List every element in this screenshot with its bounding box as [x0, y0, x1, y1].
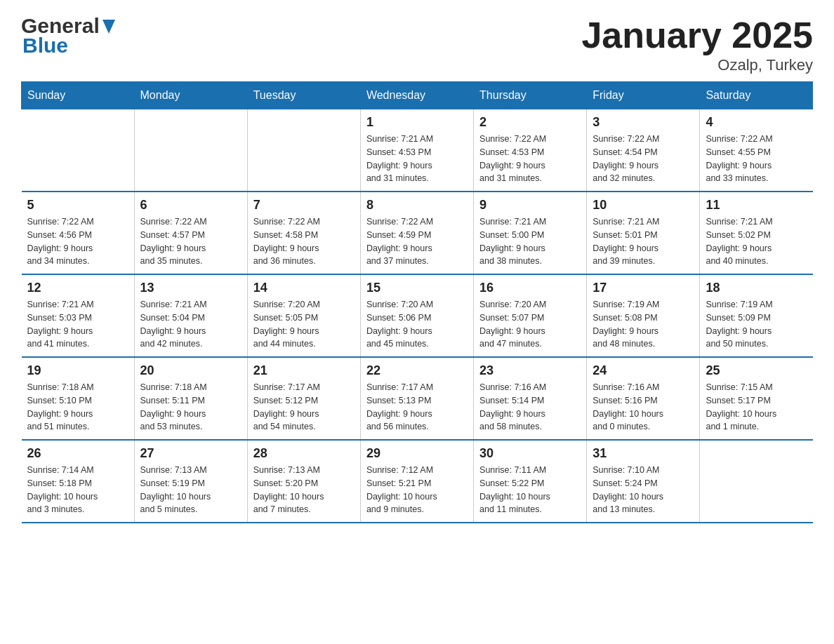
day-number: 2	[479, 115, 581, 130]
calendar-cell: 5Sunrise: 7:22 AM Sunset: 4:56 PM Daylig…	[22, 192, 135, 274]
day-info: Sunrise: 7:19 AM Sunset: 5:08 PM Dayligh…	[593, 298, 694, 351]
logo-arrow-icon	[102, 20, 115, 36]
calendar-cell: 28Sunrise: 7:13 AM Sunset: 5:20 PM Dayli…	[247, 440, 360, 523]
logo: General Blue	[21, 14, 115, 58]
page-header: General Blue January 2025 Ozalp, Turkey	[21, 14, 813, 74]
day-number: 30	[479, 446, 581, 461]
day-info: Sunrise: 7:13 AM Sunset: 5:19 PM Dayligh…	[140, 464, 241, 516]
day-info: Sunrise: 7:21 AM Sunset: 5:02 PM Dayligh…	[706, 215, 807, 268]
calendar-cell: 19Sunrise: 7:18 AM Sunset: 5:10 PM Dayli…	[22, 357, 135, 440]
day-number: 1	[366, 115, 468, 130]
title-block: January 2025 Ozalp, Turkey	[581, 14, 813, 74]
day-info: Sunrise: 7:20 AM Sunset: 5:06 PM Dayligh…	[366, 298, 468, 351]
day-number: 6	[140, 198, 241, 213]
day-number: 24	[593, 363, 694, 378]
day-info: Sunrise: 7:22 AM Sunset: 4:56 PM Dayligh…	[27, 215, 128, 268]
calendar-cell: 16Sunrise: 7:20 AM Sunset: 5:07 PM Dayli…	[474, 274, 587, 357]
day-info: Sunrise: 7:13 AM Sunset: 5:20 PM Dayligh…	[253, 464, 355, 516]
calendar-cell	[247, 109, 360, 192]
day-info: Sunrise: 7:21 AM Sunset: 4:53 PM Dayligh…	[366, 133, 468, 185]
day-info: Sunrise: 7:22 AM Sunset: 4:54 PM Dayligh…	[593, 133, 694, 185]
day-info: Sunrise: 7:22 AM Sunset: 4:53 PM Dayligh…	[479, 133, 581, 185]
day-info: Sunrise: 7:16 AM Sunset: 5:16 PM Dayligh…	[593, 381, 694, 434]
day-info: Sunrise: 7:17 AM Sunset: 5:12 PM Dayligh…	[253, 381, 355, 434]
calendar-cell: 23Sunrise: 7:16 AM Sunset: 5:14 PM Dayli…	[474, 357, 587, 440]
day-info: Sunrise: 7:10 AM Sunset: 5:24 PM Dayligh…	[593, 464, 694, 516]
calendar-table: Sunday Monday Tuesday Wednesday Thursday…	[21, 81, 813, 523]
day-number: 29	[366, 446, 468, 461]
day-info: Sunrise: 7:18 AM Sunset: 5:10 PM Dayligh…	[27, 381, 128, 434]
calendar-cell: 31Sunrise: 7:10 AM Sunset: 5:24 PM Dayli…	[587, 440, 700, 523]
calendar-cell: 21Sunrise: 7:17 AM Sunset: 5:12 PM Dayli…	[247, 357, 360, 440]
day-number: 13	[140, 281, 241, 295]
day-number: 25	[706, 363, 807, 378]
calendar-cell: 18Sunrise: 7:19 AM Sunset: 5:09 PM Dayli…	[700, 274, 813, 357]
header-wednesday: Wednesday	[360, 82, 473, 109]
calendar-cell: 6Sunrise: 7:22 AM Sunset: 4:57 PM Daylig…	[134, 192, 247, 274]
day-number: 17	[593, 281, 694, 295]
calendar-cell: 25Sunrise: 7:15 AM Sunset: 5:17 PM Dayli…	[700, 357, 813, 440]
day-number: 26	[27, 446, 128, 461]
day-info: Sunrise: 7:17 AM Sunset: 5:13 PM Dayligh…	[366, 381, 468, 434]
header-tuesday: Tuesday	[247, 82, 360, 109]
day-info: Sunrise: 7:22 AM Sunset: 4:59 PM Dayligh…	[366, 215, 468, 268]
day-number: 5	[27, 198, 128, 213]
day-number: 16	[479, 281, 581, 295]
day-number: 12	[27, 281, 128, 295]
calendar-cell: 9Sunrise: 7:21 AM Sunset: 5:00 PM Daylig…	[474, 192, 587, 274]
day-info: Sunrise: 7:21 AM Sunset: 5:03 PM Dayligh…	[27, 298, 128, 351]
day-info: Sunrise: 7:11 AM Sunset: 5:22 PM Dayligh…	[479, 464, 581, 516]
calendar-week-row: 26Sunrise: 7:14 AM Sunset: 5:18 PM Dayli…	[22, 440, 813, 523]
day-info: Sunrise: 7:21 AM Sunset: 5:00 PM Dayligh…	[479, 215, 581, 268]
day-number: 27	[140, 446, 241, 461]
calendar-cell: 11Sunrise: 7:21 AM Sunset: 5:02 PM Dayli…	[700, 192, 813, 274]
svg-marker-0	[102, 20, 115, 34]
day-info: Sunrise: 7:14 AM Sunset: 5:18 PM Dayligh…	[27, 464, 128, 516]
header-monday: Monday	[134, 82, 247, 109]
day-info: Sunrise: 7:12 AM Sunset: 5:21 PM Dayligh…	[366, 464, 468, 516]
calendar-cell: 4Sunrise: 7:22 AM Sunset: 4:55 PM Daylig…	[700, 109, 813, 192]
day-number: 8	[366, 198, 468, 213]
day-number: 28	[253, 446, 355, 461]
day-info: Sunrise: 7:15 AM Sunset: 5:17 PM Dayligh…	[706, 381, 807, 434]
calendar-subtitle: Ozalp, Turkey	[581, 56, 813, 74]
day-number: 11	[706, 198, 807, 213]
day-number: 19	[27, 363, 128, 378]
day-info: Sunrise: 7:19 AM Sunset: 5:09 PM Dayligh…	[706, 298, 807, 351]
calendar-cell: 24Sunrise: 7:16 AM Sunset: 5:16 PM Dayli…	[587, 357, 700, 440]
day-info: Sunrise: 7:21 AM Sunset: 5:01 PM Dayligh…	[593, 215, 694, 268]
calendar-cell: 17Sunrise: 7:19 AM Sunset: 5:08 PM Dayli…	[587, 274, 700, 357]
calendar-title: January 2025	[581, 14, 813, 56]
day-number: 18	[706, 281, 807, 295]
logo-blue-text: Blue	[22, 34, 68, 58]
calendar-cell: 20Sunrise: 7:18 AM Sunset: 5:11 PM Dayli…	[134, 357, 247, 440]
day-number: 23	[479, 363, 581, 378]
day-info: Sunrise: 7:16 AM Sunset: 5:14 PM Dayligh…	[479, 381, 581, 434]
calendar-cell: 7Sunrise: 7:22 AM Sunset: 4:58 PM Daylig…	[247, 192, 360, 274]
day-info: Sunrise: 7:21 AM Sunset: 5:04 PM Dayligh…	[140, 298, 241, 351]
calendar-cell: 26Sunrise: 7:14 AM Sunset: 5:18 PM Dayli…	[22, 440, 135, 523]
day-info: Sunrise: 7:20 AM Sunset: 5:05 PM Dayligh…	[253, 298, 355, 351]
day-number: 22	[366, 363, 468, 378]
calendar-cell	[22, 109, 135, 192]
calendar-cell	[700, 440, 813, 523]
day-number: 15	[366, 281, 468, 295]
calendar-cell: 8Sunrise: 7:22 AM Sunset: 4:59 PM Daylig…	[360, 192, 473, 274]
calendar-cell: 3Sunrise: 7:22 AM Sunset: 4:54 PM Daylig…	[587, 109, 700, 192]
calendar-week-row: 5Sunrise: 7:22 AM Sunset: 4:56 PM Daylig…	[22, 192, 813, 274]
day-info: Sunrise: 7:20 AM Sunset: 5:07 PM Dayligh…	[479, 298, 581, 351]
day-number: 31	[593, 446, 694, 461]
calendar-cell: 29Sunrise: 7:12 AM Sunset: 5:21 PM Dayli…	[360, 440, 473, 523]
day-info: Sunrise: 7:18 AM Sunset: 5:11 PM Dayligh…	[140, 381, 241, 434]
day-info: Sunrise: 7:22 AM Sunset: 4:58 PM Dayligh…	[253, 215, 355, 268]
calendar-cell: 10Sunrise: 7:21 AM Sunset: 5:01 PM Dayli…	[587, 192, 700, 274]
calendar-header: Sunday Monday Tuesday Wednesday Thursday…	[22, 82, 813, 109]
day-number: 7	[253, 198, 355, 213]
calendar-cell: 12Sunrise: 7:21 AM Sunset: 5:03 PM Dayli…	[22, 274, 135, 357]
header-sunday: Sunday	[22, 82, 135, 109]
weekday-header-row: Sunday Monday Tuesday Wednesday Thursday…	[22, 82, 813, 109]
day-info: Sunrise: 7:22 AM Sunset: 4:55 PM Dayligh…	[706, 133, 807, 185]
calendar-cell: 30Sunrise: 7:11 AM Sunset: 5:22 PM Dayli…	[474, 440, 587, 523]
calendar-cell: 15Sunrise: 7:20 AM Sunset: 5:06 PM Dayli…	[360, 274, 473, 357]
day-number: 21	[253, 363, 355, 378]
